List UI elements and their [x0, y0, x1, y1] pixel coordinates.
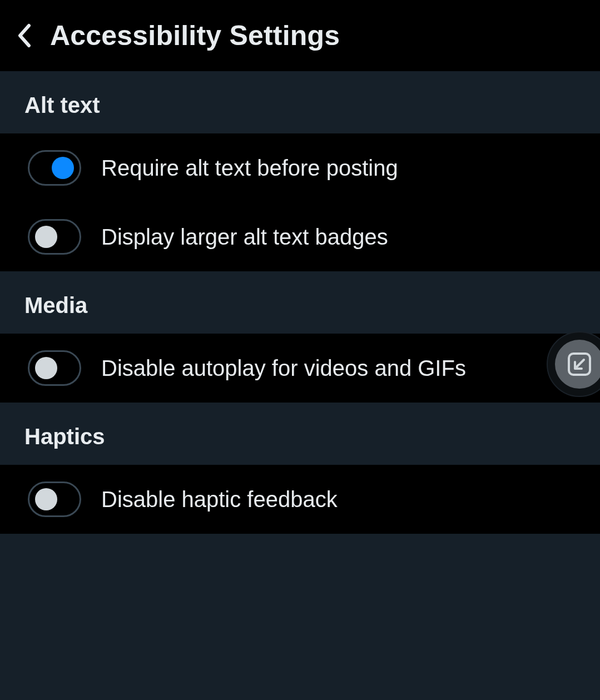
setting-row-disable-haptics[interactable]: Disable haptic feedback [0, 465, 600, 534]
setting-row-require-alt-text[interactable]: Require alt text before posting [0, 133, 600, 202]
back-button[interactable] [17, 23, 32, 48]
setting-label: Disable haptic feedback [101, 487, 338, 512]
setting-row-larger-alt-badges[interactable]: Display larger alt text badges [0, 202, 600, 271]
toggle-knob [35, 357, 57, 379]
section-header-haptics: Haptics [0, 403, 600, 465]
section-title: Media [24, 293, 87, 318]
section-title: Alt text [24, 93, 100, 118]
toggle-disable-haptics[interactable] [28, 481, 81, 517]
section-header-media: Media [0, 271, 600, 334]
toggle-larger-alt-badges[interactable] [28, 219, 81, 255]
toggle-require-alt-text[interactable] [28, 150, 81, 186]
floating-widget-inner [555, 340, 600, 389]
toggle-knob [35, 488, 57, 510]
section-title: Haptics [24, 424, 105, 449]
toggle-knob [35, 226, 57, 248]
section-body-media: Disable autoplay for videos and GIFs [0, 334, 600, 403]
setting-label: Display larger alt text badges [101, 225, 388, 250]
setting-label: Disable autoplay for videos and GIFs [101, 356, 466, 381]
setting-row-disable-autoplay[interactable]: Disable autoplay for videos and GIFs [0, 334, 600, 403]
section-header-alt-text: Alt text [0, 71, 600, 133]
header-bar: Accessibility Settings [0, 0, 600, 71]
section-body-alt-text: Require alt text before posting Display … [0, 133, 600, 271]
setting-label: Require alt text before posting [101, 156, 398, 181]
chevron-left-icon [17, 23, 32, 48]
section-body-haptics: Disable haptic feedback [0, 465, 600, 534]
arrow-pointer-icon [566, 350, 593, 378]
toggle-knob [52, 157, 74, 179]
page-title: Accessibility Settings [50, 19, 340, 52]
empty-space [0, 534, 600, 700]
toggle-disable-autoplay[interactable] [28, 350, 81, 386]
